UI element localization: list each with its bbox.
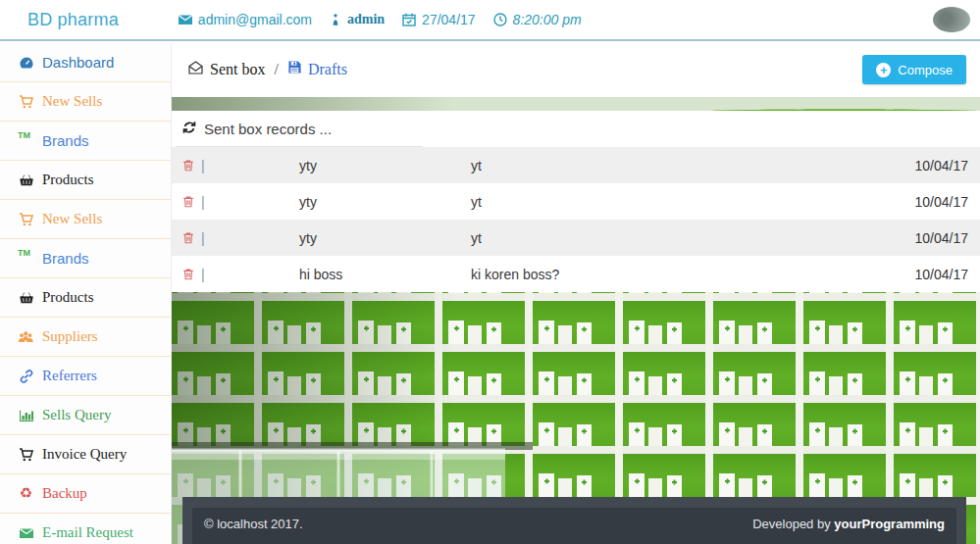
- person-icon: [329, 12, 342, 27]
- message-subject: hi boss: [299, 267, 471, 282]
- page-footer: © localhost 2017. Developed by yourProgr…: [182, 497, 966, 544]
- envelope-icon: [178, 12, 193, 27]
- footer-inner: © localhost 2017. Developed by yourProgr…: [192, 508, 956, 544]
- breadcrumb-drafts[interactable]: Drafts: [287, 60, 347, 78]
- breadcrumb-separator: /: [274, 61, 278, 78]
- sidebar-item-suppliers[interactable]: Suppliers: [0, 318, 171, 357]
- basket-icon: [18, 290, 34, 306]
- developer-credit: Developed by yourProgramming: [752, 517, 945, 544]
- message-subject: yty: [299, 230, 471, 246]
- header-meta: admin@gmail.com admin 27/04/17 8:20:00 p…: [178, 12, 582, 27]
- message-subject: yty: [299, 194, 471, 210]
- title-underline: [176, 146, 423, 147]
- sidebar-item-dashboard[interactable]: Dashboard: [0, 43, 171, 82]
- sent-box-table: Sent box records ... | yty yt 10/04/17 |…: [172, 111, 980, 292]
- floppy-save-icon: [287, 60, 302, 78]
- copyright-text: © localhost 2017.: [204, 517, 303, 544]
- message-date: 10/04/17: [860, 194, 968, 210]
- envelope-icon: [18, 525, 34, 541]
- pipe-separator: |: [201, 230, 299, 246]
- breadcrumb-card: Sent box / Drafts + Compose: [172, 41, 980, 97]
- cart-icon: [18, 212, 34, 227]
- message-body: yt: [471, 158, 860, 173]
- cart-icon: [18, 447, 34, 463]
- sidebar-item-new-sells[interactable]: New Sells: [0, 82, 171, 122]
- trademark-icon: TM: [18, 247, 34, 259]
- clock-icon: [492, 12, 508, 27]
- user-email: admin@gmail.com: [178, 12, 312, 27]
- top-header-bar: BD pharma admin@gmail.com admin 27/04/17…: [0, 0, 980, 41]
- message-date: 10/04/17: [860, 158, 968, 173]
- cart-icon: [18, 94, 34, 110]
- sidebar-item-products-2[interactable]: Products: [0, 278, 171, 318]
- trash-icon[interactable]: [181, 267, 201, 281]
- dashboard-icon: [18, 55, 34, 71]
- pipe-separator: |: [201, 158, 299, 173]
- plus-circle-icon: +: [876, 63, 891, 77]
- link-icon: [18, 369, 34, 384]
- table-header: Sent box records ...: [172, 111, 980, 147]
- sidebar-item-sells-query[interactable]: Sells Query: [0, 396, 171, 435]
- message-body: yt: [471, 230, 860, 246]
- pipe-separator: |: [201, 194, 299, 210]
- main-content: Sent box / Drafts + Compose Sent box rec…: [172, 41, 980, 544]
- users-icon: [18, 329, 34, 345]
- compose-button[interactable]: + Compose: [862, 55, 966, 84]
- trademark-icon: TM: [18, 129, 34, 141]
- sidebar-item-brands-2[interactable]: TM Brands: [0, 239, 171, 278]
- user-name: admin: [329, 12, 385, 27]
- breadcrumb: Sent box / Drafts: [187, 60, 347, 79]
- bar-chart-icon: [18, 408, 34, 423]
- message-row[interactable]: | yty yt 10/04/17: [172, 147, 980, 183]
- message-subject: yty: [299, 158, 471, 173]
- brand-logo[interactable]: BD pharma: [27, 10, 119, 30]
- message-row[interactable]: | yty yt 10/04/17: [172, 220, 980, 256]
- refresh-icon[interactable]: [181, 120, 197, 138]
- user-avatar[interactable]: [933, 7, 970, 32]
- table-title: Sent box records ...: [204, 121, 332, 137]
- breadcrumb-sent-box[interactable]: Sent box: [187, 60, 265, 79]
- message-body: ki koren boss?: [471, 267, 860, 282]
- current-time: 8:20:00 pm: [492, 12, 582, 27]
- sidebar-item-referrers[interactable]: Referrers: [0, 357, 171, 396]
- message-date: 10/04/17: [860, 267, 968, 282]
- recycle-icon: ♻: [18, 486, 34, 501]
- trash-icon[interactable]: [181, 194, 201, 209]
- message-body: yt: [471, 194, 860, 210]
- sidebar-item-brands[interactable]: TM Brands: [0, 122, 171, 161]
- trash-icon[interactable]: [181, 158, 201, 173]
- trash-icon[interactable]: [181, 230, 201, 245]
- sidebar-item-invoice-query[interactable]: Invoice Query: [0, 435, 171, 474]
- sidebar-item-new-sells-2[interactable]: New Sells: [0, 200, 171, 239]
- message-row[interactable]: | hi boss ki koren boss? 10/04/17: [172, 256, 980, 292]
- sidebar-item-email-request[interactable]: E-mail Request: [0, 514, 171, 544]
- open-envelope-icon: [187, 60, 204, 79]
- sidebar-item-products[interactable]: Products: [0, 161, 171, 200]
- svg-text:TM: TM: [18, 130, 30, 140]
- sidebar-item-backup[interactable]: ♻ Backup: [0, 474, 171, 514]
- basket-icon: [18, 173, 34, 188]
- calendar-icon: [401, 12, 417, 27]
- message-date: 10/04/17: [860, 230, 968, 246]
- svg-text:TM: TM: [18, 248, 30, 258]
- pipe-separator: |: [201, 267, 299, 282]
- sidebar-nav: Dashboard New Sells TM Brands Products N…: [0, 43, 172, 544]
- current-date: 27/04/17: [401, 12, 476, 27]
- message-row[interactable]: | yty yt 10/04/17: [172, 183, 980, 220]
